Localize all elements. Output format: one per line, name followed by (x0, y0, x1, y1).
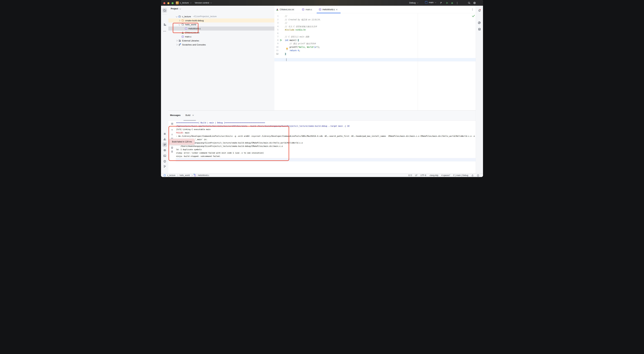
encoding-widget[interactable]: UTF-8 (420, 174, 426, 176)
libraries-icon (178, 39, 181, 42)
stop-icon (171, 123, 173, 125)
editor-area[interactable]: CMakeLists.txt C main.c C HelloWorld.c ×… (274, 6, 476, 110)
settings-button[interactable] (473, 1, 476, 4)
run-configuration-selector[interactable]: Debug (409, 2, 418, 4)
more-actions-button[interactable] (456, 2, 458, 5)
project-folder-icon (178, 15, 181, 18)
chevron-down-icon (435, 1, 436, 3)
chevron-right-icon[interactable] (176, 40, 178, 42)
arrow-up-icon (171, 129, 174, 131)
terminal-tool-window-button[interactable] (162, 153, 167, 158)
clang-tidy-widget[interactable]: .clang-tidy (429, 174, 438, 176)
breadcrumb-item[interactable]: hello_world (180, 174, 190, 176)
chevron-down-icon[interactable] (176, 16, 178, 17)
build-failed-balloon: Build failed in 129 ms (169, 139, 195, 145)
minimize-window-button[interactable] (167, 2, 170, 4)
project-panel-header[interactable]: Project (171, 8, 181, 10)
tree-row-cmake-build-debug[interactable]: cmake-build-debug (168, 19, 274, 23)
run-line-marker[interactable] (280, 39, 282, 41)
git-tool-window-button[interactable] (162, 164, 167, 169)
breadcrumb: c_lecture hello_world C HelloWorld.c (164, 174, 209, 176)
intention-bulb-icon[interactable] (286, 48, 288, 50)
lock-open-icon[interactable] (471, 174, 474, 177)
more-tool-windows-button[interactable] (162, 29, 167, 34)
chevron-right-icon[interactable] (178, 20, 180, 21)
database-button[interactable] (477, 27, 482, 32)
tree-row-scratches[interactable]: Scratches and Consoles (168, 43, 274, 47)
tree-row-project-root[interactable]: c_lecture ~/CLionProjects/c_lecture (168, 15, 274, 19)
scratches-icon (178, 43, 181, 46)
print-button[interactable] (170, 146, 174, 150)
tab-main-c[interactable]: C main.c (302, 6, 312, 13)
structure-icon (163, 23, 166, 26)
ellipsis-icon (163, 31, 166, 32)
tree-row-helloworld-c[interactable]: C HelloWorld.c (168, 27, 274, 31)
notifications-button[interactable] (477, 8, 482, 13)
stop-button[interactable] (170, 122, 174, 126)
cmake-tool-window-button[interactable] (162, 137, 167, 141)
problems-status-icon[interactable] (477, 174, 479, 177)
resolve-context-widget[interactable]: C | main | Debug (453, 174, 468, 176)
project-tool-window-button[interactable] (162, 8, 167, 13)
build-hammer-button[interactable] (440, 2, 442, 5)
up-stack-trace-button[interactable] (170, 128, 174, 132)
services-tool-window-button[interactable] (162, 148, 167, 153)
build-tool-window-button[interactable] (162, 142, 167, 147)
clear-all-button[interactable] (170, 150, 174, 154)
chevron-right-icon[interactable] (176, 44, 178, 46)
tab-helloworld-c[interactable]: C HelloWorld.c × (319, 6, 338, 13)
indent-widget[interactable]: 4 spaces* (442, 174, 450, 176)
current-line-highlight (274, 58, 476, 62)
traffic-lights (163, 2, 174, 5)
close-tab-icon[interactable]: × (192, 114, 194, 117)
project-widget[interactable]: c_lecture (180, 2, 191, 4)
down-stack-trace-button[interactable] (170, 132, 174, 136)
kebab-icon (472, 8, 473, 11)
tree-row-hello-world[interactable]: hello_world (168, 23, 274, 27)
branch-widget[interactable]: main (425, 1, 436, 4)
tab-cmakelists[interactable]: CMakeLists.txt (276, 6, 294, 13)
clion-window: CL c_lecture Version control Debug main (161, 0, 483, 177)
chevron-down-icon[interactable] (178, 24, 180, 25)
breadcrumb-item[interactable]: c_lecture (167, 174, 176, 176)
vcs-widget[interactable]: Version control (195, 2, 212, 4)
check-icon (472, 15, 475, 17)
branch-icon (425, 1, 428, 4)
kebab-icon (457, 2, 458, 4)
search-icon (468, 2, 470, 4)
project-path: ~/CLionProjects/c_lecture (193, 15, 217, 18)
tree-row-cmakelists[interactable]: CMakeLists.txt (168, 31, 274, 35)
structure-tool-window-button[interactable] (162, 22, 167, 27)
cmake-file-icon (276, 8, 278, 11)
close-window-button[interactable] (163, 2, 165, 4)
caret-position-widget[interactable]: 12:2 (408, 174, 412, 176)
c-file-icon: C (185, 27, 187, 30)
run-gutter-icon (280, 39, 282, 41)
git-branch-icon (163, 165, 166, 168)
search-everywhere-button[interactable] (468, 1, 470, 4)
cmake-file-icon (182, 31, 184, 34)
tree-row-main-c[interactable]: C main.c (168, 35, 274, 39)
problems-tool-window-button[interactable] (162, 159, 167, 164)
editor-options-button[interactable] (471, 8, 474, 11)
debug-tool-window-button[interactable] (162, 131, 167, 136)
active-tab-indicator (317, 13, 340, 13)
breadcrumb-item[interactable]: HelloWorld.c (198, 174, 209, 176)
run-button[interactable] (446, 2, 448, 5)
debug-button[interactable] (451, 2, 454, 5)
chevron-down-icon (417, 2, 418, 3)
line-separator-widget[interactable]: LF (415, 174, 418, 176)
hammer-icon (440, 2, 442, 4)
tab-build[interactable]: Build (186, 114, 190, 116)
close-tab-icon[interactable]: × (336, 8, 338, 11)
zoom-window-button[interactable] (172, 2, 174, 4)
tree-row-external-libraries[interactable]: External Libraries (168, 39, 274, 43)
cmake-triangle-icon (163, 138, 166, 141)
ai-assistant-button[interactable] (477, 20, 482, 25)
title-bar: CL c_lecture Version control Debug main (161, 0, 483, 6)
printer-icon (171, 146, 174, 149)
text-caret (286, 58, 286, 61)
inspections-widget[interactable] (472, 15, 475, 18)
editor-tab-bar: CMakeLists.txt C main.c C HelloWorld.c × (274, 6, 476, 14)
bug-icon (451, 2, 454, 4)
